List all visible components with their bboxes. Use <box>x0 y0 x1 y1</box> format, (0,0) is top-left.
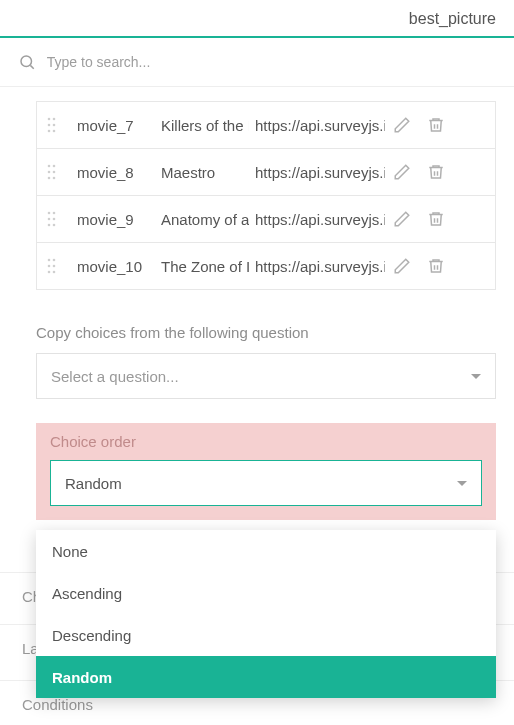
choice-order-dropdown: NoneAscendingDescendingRandom <box>36 530 496 698</box>
page-title: best_picture <box>409 10 496 27</box>
choice-title: Killers of the Flower Moon <box>161 117 249 134</box>
choice-order-selected: Random <box>65 475 122 492</box>
table-row: movie_7Killers of the Flower Moonhttps:/… <box>37 102 495 149</box>
choice-order-block: Choice order Random <box>36 423 496 520</box>
choice-id: movie_7 <box>77 117 155 134</box>
drag-handle-icon[interactable] <box>45 211 59 227</box>
choice-id: movie_9 <box>77 211 155 228</box>
choice-id: movie_10 <box>77 258 155 275</box>
edit-button[interactable] <box>391 114 413 136</box>
svg-point-5 <box>53 124 56 127</box>
svg-point-20 <box>48 259 51 262</box>
svg-point-22 <box>48 265 51 268</box>
dropdown-option[interactable]: Descending <box>36 614 496 656</box>
search-row <box>0 38 514 87</box>
delete-button[interactable] <box>425 255 447 277</box>
table-row: movie_10The Zone of Interesthttps://api.… <box>37 243 495 290</box>
svg-point-12 <box>48 177 51 180</box>
table-row: movie_8Maestrohttps://api.surveyjs.io <box>37 149 495 196</box>
delete-button[interactable] <box>425 114 447 136</box>
svg-point-3 <box>53 118 56 121</box>
search-input[interactable] <box>47 54 496 70</box>
edit-button[interactable] <box>391 208 413 230</box>
svg-point-15 <box>53 212 56 215</box>
choice-id: movie_8 <box>77 164 155 181</box>
dropdown-option[interactable]: None <box>36 530 496 572</box>
svg-point-9 <box>53 165 56 168</box>
edit-button[interactable] <box>391 255 413 277</box>
copy-choices-placeholder: Select a question... <box>51 368 179 385</box>
delete-button[interactable] <box>425 161 447 183</box>
svg-point-24 <box>48 271 51 274</box>
drag-handle-icon[interactable] <box>45 117 59 133</box>
svg-point-18 <box>48 224 51 227</box>
svg-point-25 <box>53 271 56 274</box>
svg-point-7 <box>53 130 56 133</box>
svg-point-21 <box>53 259 56 262</box>
choice-title: Anatomy of a Fall <box>161 211 249 228</box>
choices-table: movie_7Killers of the Flower Moonhttps:/… <box>36 101 496 290</box>
svg-line-1 <box>31 65 34 68</box>
svg-point-14 <box>48 212 51 215</box>
edit-button[interactable] <box>391 161 413 183</box>
copy-choices-select[interactable]: Select a question... <box>36 353 496 399</box>
svg-point-16 <box>48 218 51 221</box>
svg-point-23 <box>53 265 56 268</box>
dropdown-option[interactable]: Random <box>36 656 496 698</box>
chevron-down-icon <box>471 374 481 379</box>
choice-order-select[interactable]: Random <box>50 460 482 506</box>
choice-url: https://api.surveyjs.io <box>255 258 385 275</box>
choice-order-label: Choice order <box>36 433 496 460</box>
search-icon <box>18 52 37 72</box>
delete-button[interactable] <box>425 208 447 230</box>
table-row: movie_9Anatomy of a Fallhttps://api.surv… <box>37 196 495 243</box>
svg-point-8 <box>48 165 51 168</box>
drag-handle-icon[interactable] <box>45 164 59 180</box>
svg-point-19 <box>53 224 56 227</box>
svg-point-17 <box>53 218 56 221</box>
svg-point-11 <box>53 171 56 174</box>
svg-point-0 <box>21 56 32 67</box>
copy-choices-label: Copy choices from the following question <box>36 324 496 341</box>
choice-title: The Zone of Interest <box>161 258 249 275</box>
svg-point-13 <box>53 177 56 180</box>
svg-point-6 <box>48 130 51 133</box>
svg-point-10 <box>48 171 51 174</box>
drag-handle-icon[interactable] <box>45 258 59 274</box>
dropdown-option[interactable]: Ascending <box>36 572 496 614</box>
choice-url: https://api.surveyjs.io <box>255 211 385 228</box>
choice-url: https://api.surveyjs.io <box>255 117 385 134</box>
svg-point-2 <box>48 118 51 121</box>
chevron-down-icon <box>457 481 467 486</box>
choice-title: Maestro <box>161 164 249 181</box>
choice-url: https://api.surveyjs.io <box>255 164 385 181</box>
header: best_picture <box>0 0 514 36</box>
svg-point-4 <box>48 124 51 127</box>
